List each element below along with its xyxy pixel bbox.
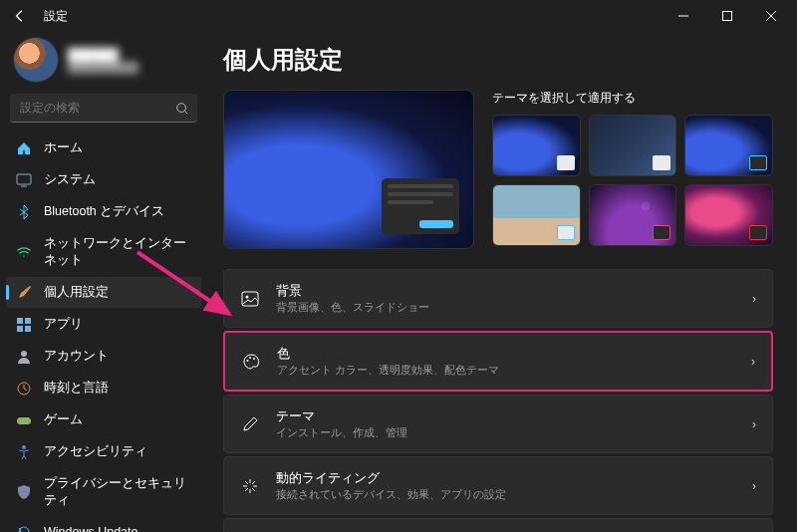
nav-privacy[interactable]: プライバシーとセキュリティ [6,468,201,516]
chevron-right-icon: › [752,292,756,306]
setting-desc: 接続されているデバイス、効果、アプリの設定 [276,488,736,502]
clock-icon [16,381,32,397]
close-button[interactable] [749,0,793,32]
setting-title: テーマ [276,407,736,425]
brush-icon [240,414,260,434]
nav-label: ネットワークとインターネット [44,235,191,269]
window-title: 設定 [44,8,68,25]
setting-desc: アクセント カラー、透明度効果、配色テーマ [277,364,735,378]
setting-dynamic-lighting[interactable]: 動的ライティング接続されているデバイス、効果、アプリの設定 › [223,456,773,515]
setting-title: 動的ライティング [276,469,736,487]
nav-label: アカウント [44,348,109,365]
theme-tile[interactable] [684,115,773,176]
nav-label: アクセシビリティ [44,443,147,460]
picture-icon [240,289,260,309]
chevron-right-icon: › [752,417,756,431]
themes-row: テーマを選択して適用する [223,90,773,249]
main: 個人用設定 テーマを選択して適用する [207,32,797,532]
back-button[interactable] [4,0,36,32]
person-icon [16,349,32,365]
svg-rect-2 [17,174,31,184]
nav: ホーム システム Bluetooth とデバイス ネットワークとインターネット … [6,133,201,532]
wifi-icon [16,244,32,260]
update-icon [16,524,32,532]
gamepad-icon [16,412,32,428]
system-icon [16,172,32,188]
theme-tile[interactable] [684,184,773,246]
avatar [14,38,58,82]
setting-desc: インストール、作成、管理 [276,426,736,440]
theme-tile[interactable] [492,184,581,246]
themes-section: テーマを選択して適用する [492,90,773,249]
nav-label: Windows Update [44,525,138,532]
setting-background[interactable]: 背景背景画像、色、スライドショー › [223,269,773,328]
maximize-button[interactable] [705,0,749,32]
titlebar: 設定 [0,0,797,32]
page-title: 個人用設定 [223,44,773,76]
minimize-icon [678,11,688,21]
brush-icon [16,285,32,301]
settings-list: 背景背景画像、色、スライドショー › 色アクセント カラー、透明度効果、配色テー… [223,269,773,532]
setting-lock-screen[interactable]: ロック画面ロック画面の画像、アプリ、アニメーション › [223,518,773,532]
apps-icon [16,317,32,333]
nav-label: ゲーム [44,411,83,428]
profile-name: ██████ [68,48,138,62]
nav-accounts[interactable]: アカウント [6,341,201,372]
theme-tile[interactable] [492,115,581,176]
nav-accessibility[interactable]: アクセシビリティ [6,436,201,467]
maximize-icon [722,11,732,21]
svg-rect-3 [17,318,23,324]
svg-rect-6 [25,326,31,332]
search-icon [175,102,189,116]
home-icon [16,140,32,156]
svg-rect-5 [17,326,23,332]
setting-desc: 背景画像、色、スライドショー [276,301,736,315]
nav-personalization[interactable]: 個人用設定 [6,277,201,308]
chevron-right-icon: › [752,479,756,493]
profile[interactable]: ██████ ██████████ [6,32,201,94]
nav-update[interactable]: Windows Update [6,517,201,532]
search-input[interactable] [10,94,197,123]
themes-label: テーマを選択して適用する [492,90,773,107]
setting-themes[interactable]: テーマインストール、作成、管理 › [223,395,773,453]
nav-label: プライバシーとセキュリティ [44,475,191,509]
svg-rect-0 [723,12,732,21]
shield-icon [16,484,32,500]
nav-label: ホーム [44,139,83,156]
setting-colors[interactable]: 色アクセント カラー、透明度効果、配色テーマ › [223,331,773,392]
svg-point-13 [247,360,249,362]
bluetooth-icon [16,204,32,220]
nav-label: Bluetooth とデバイス [44,203,164,220]
svg-point-1 [177,103,186,112]
theme-tile[interactable] [589,115,677,176]
svg-point-7 [21,351,27,357]
setting-title: 色 [277,345,735,363]
theme-tile[interactable] [589,184,677,246]
svg-rect-9 [17,417,31,424]
accessibility-icon [16,444,32,460]
arrow-left-icon [13,9,27,23]
nav-time[interactable]: 時刻と言語 [6,373,201,403]
nav-label: システム [44,171,96,188]
sparkle-icon [240,476,260,496]
window-controls [662,0,793,32]
svg-rect-4 [25,318,31,324]
close-icon [766,11,776,21]
nav-network[interactable]: ネットワークとインターネット [6,228,201,276]
chevron-right-icon: › [751,355,755,369]
theme-preview[interactable] [223,90,474,249]
palette-icon [241,352,261,372]
svg-point-14 [249,357,251,359]
minimize-button[interactable] [662,0,705,32]
svg-point-12 [246,295,249,298]
nav-gaming[interactable]: ゲーム [6,404,201,435]
profile-email: ██████████ [68,62,138,73]
nav-bluetooth[interactable]: Bluetooth とデバイス [6,196,201,227]
nav-label: 時刻と言語 [44,380,109,397]
setting-title: 背景 [276,282,736,300]
nav-home[interactable]: ホーム [6,133,201,163]
nav-system[interactable]: システム [6,164,201,195]
nav-apps[interactable]: アプリ [6,309,201,340]
search [10,94,197,123]
nav-label: 個人用設定 [44,284,109,301]
